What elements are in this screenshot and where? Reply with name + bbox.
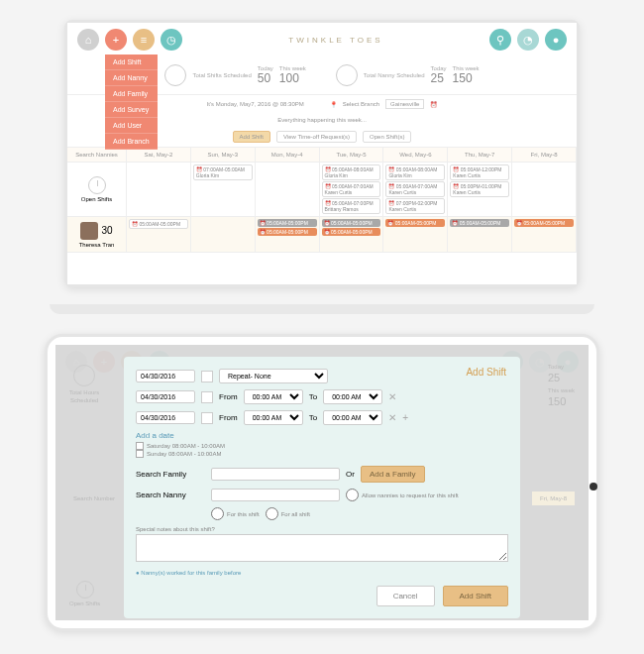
shift-chip[interactable]: ⏰ 07:00PM-02:00PM Karen Curtis <box>385 198 445 214</box>
search-nanny-input[interactable] <box>211 489 340 501</box>
shift-chip[interactable]: ⏰ 05:00AM-07:00AM Karen Curtis <box>322 181 381 197</box>
view-timeoff-button[interactable]: View Time-off Request(s) <box>276 131 357 143</box>
from-time-2[interactable]: 00:00 AM <box>244 410 303 425</box>
for-all-shift-radio[interactable]: For all shift <box>266 507 310 520</box>
day-header: Thu, May-7 <box>448 148 512 162</box>
open-shifts-row: Open Shifts ⏰ 07:00AM-05:00AM Gloria Kim… <box>67 163 577 217</box>
add-shift-button[interactable]: Add Shift <box>233 131 270 143</box>
menu-item[interactable]: Add Family <box>105 86 158 102</box>
info-text: ● Nanny(s) worked for this family before <box>136 570 508 576</box>
add-dropdown-menu: Add ShiftAdd NannyAdd FamilyAdd SurveyAd… <box>105 54 158 150</box>
clock-icon <box>88 176 106 194</box>
menu-item[interactable]: Add Shift <box>105 54 158 70</box>
shift-chip[interactable]: ⏰ 05:00AM-05:00PM <box>258 228 317 236</box>
shift-chip[interactable]: ⏰ 05:00PM-01:00PM Karen Curtis <box>450 181 509 197</box>
shift-chip[interactable]: ⏰ 07:00AM-05:00AM Gloria Kim <box>193 164 253 180</box>
allow-request-radio[interactable]: Allow nannies to request for this shift <box>346 489 459 501</box>
open-shifts-label: Open Shifts <box>67 163 127 216</box>
add-date-label: Add a date <box>136 431 508 440</box>
search-nannies[interactable]: Search Nannies <box>67 148 127 162</box>
stat-shifts: Total Shifts Scheduled Today50 This week… <box>164 64 305 86</box>
shift-chip[interactable]: ⏰ 05:00AM-05:00PM <box>258 219 317 227</box>
add-family-button[interactable]: Add a Family <box>361 466 425 483</box>
calendar-icon[interactable] <box>201 391 213 403</box>
app-screen-2: ⌂ + ≡ ◷ TWINKLE TOES ⚲ ◔ ● Total Hours S… <box>55 345 589 620</box>
day-header: Wed, May-6 <box>383 148 448 162</box>
branch-select[interactable]: Gainesville <box>385 99 424 109</box>
search-family-input[interactable] <box>211 468 340 481</box>
shift-chip[interactable]: ⏰ 05:00AM-05:00PM <box>514 219 574 227</box>
app-screen-1: ⌂ + ≡ ◷ TWINKLE TOES ⚲ ◔ ● Add ShiftAdd … <box>67 23 577 284</box>
day-header: Sun, May-3 <box>191 148 256 162</box>
repeat-select[interactable]: Repeat- None <box>219 369 328 383</box>
brand-logo: TWINKLE TOES <box>188 36 483 45</box>
bg-stat-left: Total Hours Scheduled <box>69 365 99 405</box>
avatar <box>80 222 98 240</box>
modal-overlay: Total Hours Scheduled Today 25 This week… <box>55 345 589 620</box>
shift-chip[interactable]: ⏰ 05:00AM-05:00PM <box>450 219 509 227</box>
to-time-2[interactable]: 00:00 AM <box>323 410 382 425</box>
shift-chip[interactable]: ⏰ 05:00AM-07:00AM Karen Curtis <box>385 181 445 197</box>
remove-row-icon[interactable]: ✕ <box>388 412 396 423</box>
open-shift-button[interactable]: Open Shift(s) <box>363 131 411 143</box>
shift-chip[interactable]: ⏰ 05:00AM-12:00PM Karen Curtis <box>450 164 509 180</box>
datetime-text: It's Monday, May7, 2016 @ 08:30PM <box>207 101 304 107</box>
laptop-mockup: ⌂ + ≡ ◷ TWINKLE TOES ⚲ ◔ ● Add ShiftAdd … <box>64 20 580 287</box>
shift-chip[interactable]: ⏰ 05:00AM-05:00PM <box>129 219 188 229</box>
menu-item[interactable]: Add Survey <box>105 102 158 118</box>
list-icon[interactable]: ≡ <box>133 29 155 51</box>
day-header: Tue, May-5 <box>320 148 384 162</box>
date-input-2[interactable] <box>136 390 195 403</box>
bg-open-shifts: Open Shifts <box>69 581 100 606</box>
laptop-base <box>50 304 594 314</box>
calendar: Search Nannies Sat, May-2 Sun, May-3 Mon… <box>67 147 577 253</box>
day-header: Mon, May-4 <box>256 148 320 162</box>
shift-chip[interactable]: ⏰ 05:00AM-05:00PM <box>322 219 381 227</box>
add-button[interactable]: + <box>105 29 127 51</box>
home-icon[interactable]: ⌂ <box>77 29 99 51</box>
top-toolbar: ⌂ + ≡ ◷ TWINKLE TOES ⚲ ◔ ● <box>67 23 577 56</box>
from-time-1[interactable]: 00:00 AM <box>244 389 303 404</box>
menu-item[interactable]: Add Branch <box>105 134 158 150</box>
shift-chip[interactable]: ⏰ 05:00AM-05:00PM <box>322 228 381 236</box>
nanny-row: 30 Theresa Tran ⏰ 05:00AM-05:00PM ⏰ 05:0… <box>67 217 577 253</box>
bell-icon[interactable]: ◔ <box>517 29 539 51</box>
day-header: Sat, May-2 <box>127 148 191 162</box>
user-icon[interactable]: ● <box>545 29 567 51</box>
modal-title: Add Shift <box>466 367 506 378</box>
home-button[interactable] <box>590 483 597 490</box>
for-this-shift-radio[interactable]: For this shift <box>211 507 260 520</box>
bg-search: Search Number <box>69 491 119 505</box>
shift-chip[interactable]: ⏰ 05:00AM-07:00PM Brittany Ramos <box>322 198 381 214</box>
search-icon[interactable]: ⚲ <box>489 29 511 51</box>
alarm-icon <box>164 64 186 86</box>
calendar-icon[interactable] <box>201 371 213 382</box>
to-time-1[interactable]: 00:00 AM <box>323 389 382 404</box>
submit-add-shift-button[interactable]: Add Shift <box>443 586 508 606</box>
menu-item[interactable]: Add Nanny <box>105 70 158 86</box>
menu-item[interactable]: Add User <box>105 118 158 134</box>
day-header: Fri, May-8 <box>512 148 577 162</box>
bg-stat-right: Today 25 This week 150 <box>548 363 575 410</box>
add-row-icon[interactable]: + <box>402 412 408 423</box>
date-input-1[interactable] <box>136 370 195 382</box>
alarm-icon[interactable]: ⏰ <box>430 101 437 108</box>
remove-row-icon[interactable]: ✕ <box>388 391 396 402</box>
tablet-mockup: ⌂ + ≡ ◷ TWINKLE TOES ⚲ ◔ ● Total Hours S… <box>45 334 599 631</box>
shift-chip[interactable]: ⏰ 05:00AM-08:00AM Gloria Kim <box>322 164 381 180</box>
stat-nanny: Total Nanny Scheduled Today25 This week1… <box>336 64 480 86</box>
clock-icon[interactable]: ◷ <box>161 29 182 51</box>
bg-day: Fri, May-8 <box>532 491 575 505</box>
cancel-button[interactable]: Cancel <box>376 586 435 606</box>
add-shift-modal: Add Shift Repeat- None From 00:00 AM To … <box>124 357 520 618</box>
nanny-label: 30 Theresa Tran <box>67 217 127 252</box>
shift-chip[interactable]: ⏰ 05:00AM-05:00PM <box>385 219 445 227</box>
date-input-3[interactable] <box>136 411 195 424</box>
shift-chip[interactable]: ⏰ 05:00AM-08:00AM Gloria Kim <box>385 164 445 180</box>
calendar-icon[interactable] <box>201 412 213 424</box>
person-icon <box>336 64 358 86</box>
notes-textarea[interactable] <box>136 534 508 562</box>
